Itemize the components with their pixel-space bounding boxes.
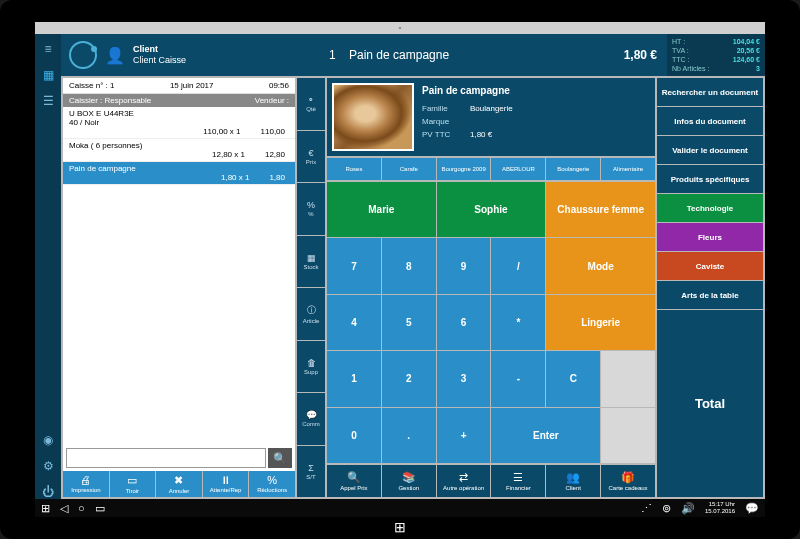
tool-supp[interactable]: 🗑Supp — [297, 341, 325, 393]
user-icon[interactable]: ◉ — [43, 433, 53, 447]
settings-icon[interactable]: ⚙ — [43, 459, 54, 473]
cortana-icon[interactable]: ○ — [78, 502, 85, 514]
shortcut-button[interactable]: Chaussure femme — [546, 182, 655, 237]
left-sidebar: ≡ ▦ ☰ ◉ ⚙ ⏻ — [35, 34, 61, 499]
bottom-action[interactable]: ☰Financier — [491, 465, 545, 497]
bottom-action[interactable]: 🎁Carte cadeaux — [601, 465, 655, 497]
right-action-button[interactable]: Produits spécifiques — [657, 165, 763, 193]
item-price: 1,80 € — [624, 48, 657, 62]
bottom-action[interactable]: 🔍Appel Prix — [327, 465, 381, 497]
bottom-action[interactable]: 📚Gestion — [382, 465, 436, 497]
keypad-button[interactable]: 8 — [382, 238, 436, 293]
tool-prix[interactable]: €Prix — [297, 131, 325, 183]
shortcut-button[interactable]: Lingerie — [546, 295, 655, 350]
ticket-action-attente/rep[interactable]: ⏸Attente/Rep — [203, 471, 249, 497]
network-icon[interactable]: ⋰ — [641, 502, 652, 515]
power-icon[interactable]: ⏻ — [42, 485, 54, 499]
keypad-button[interactable]: 5 — [382, 295, 436, 350]
keypad-button[interactable]: 0 — [327, 408, 381, 463]
wifi-icon[interactable]: ⊚ — [662, 502, 671, 515]
ticket-action-annuler[interactable]: ✖Annuler — [156, 471, 202, 497]
notification-icon[interactable]: 💬 — [745, 502, 759, 515]
category-button[interactable]: Roses — [327, 158, 381, 180]
right-action-button[interactable]: Rechercher un document — [657, 78, 763, 106]
taskbar-clock[interactable]: 15:17 Uhr 15.07.2016 — [705, 501, 735, 514]
volume-icon[interactable]: 🔊 — [681, 502, 695, 515]
keypad-button[interactable]: / — [491, 238, 545, 293]
search-button[interactable]: 🔍 — [268, 448, 292, 468]
right-action-button[interactable]: Valider le document — [657, 136, 763, 164]
client-name: Client Caisse — [133, 55, 186, 66]
ticket-action-tiroir[interactable]: ▭Tiroir — [110, 471, 156, 497]
category-button[interactable]: Boulangerie — [546, 158, 600, 180]
totals-panel: HT :104,04 € TVA :20,56 € TTC :124,60 € … — [667, 34, 765, 76]
right-action-button[interactable]: Caviste — [657, 252, 763, 280]
caisse-number: Caisse n° : 1 — [69, 81, 114, 90]
bottom-action[interactable]: ⇄Autre opération — [437, 465, 491, 497]
keypad-button[interactable]: 1 — [327, 351, 381, 406]
person-icon: 👤 — [105, 46, 125, 65]
product-name: Pain de campagne — [422, 83, 513, 99]
category-button[interactable]: Carafe — [382, 158, 436, 180]
ticket-line[interactable]: U BOX E U44R3E40 / Noir110,00 x 1110,00 — [63, 107, 295, 139]
ticket-time: 09:56 — [269, 81, 289, 90]
keypad-button[interactable]: 4 — [327, 295, 381, 350]
back-icon[interactable]: ◁ — [60, 502, 68, 515]
right-action-button[interactable]: Total — [657, 310, 763, 497]
ticket-line[interactable]: Moka ( 6 personnes)12,80 x 112,80 — [63, 139, 295, 162]
keypad-button[interactable]: C — [546, 351, 600, 406]
tool-%[interactable]: %% — [297, 183, 325, 235]
shortcut-button[interactable]: Sophie — [437, 182, 546, 237]
tool-column: ⚬Qté€Prix%%▦StockⓘArticle🗑Supp💬CommΣS/T — [297, 78, 325, 497]
keypad-button[interactable]: * — [491, 295, 545, 350]
category-button[interactable]: Bourgogne 2009 — [437, 158, 491, 180]
category-button[interactable]: ABERLOUR — [491, 158, 545, 180]
right-action-button[interactable]: Fleurs — [657, 223, 763, 251]
cashier-label: Caissier : Responsable — [69, 96, 151, 105]
ticket-action-impression[interactable]: 🖨Impression — [63, 471, 109, 497]
keypad-button[interactable]: 6 — [437, 295, 491, 350]
shortcut-button[interactable]: Marie — [327, 182, 436, 237]
product-image — [332, 83, 414, 151]
keypad-button[interactable]: 2 — [382, 351, 436, 406]
keypad-button[interactable]: 7 — [327, 238, 381, 293]
item-qty: 1 — [329, 48, 349, 62]
product-detail: Pain de campagne FamilleBoulangerie Marq… — [327, 78, 655, 156]
keypad-button[interactable]: - — [491, 351, 545, 406]
right-actions: Rechercher un documentInfos du documentV… — [657, 78, 763, 497]
keypad-button[interactable]: 3 — [437, 351, 491, 406]
grid-icon[interactable]: ▦ — [43, 68, 54, 82]
bottom-action[interactable]: 👥Client — [546, 465, 600, 497]
shortcut-button[interactable]: Mode — [546, 238, 655, 293]
window-titlebar: ⚬ — [35, 22, 765, 34]
current-item-bar: 1 Pain de campagne 1,80 € — [319, 34, 667, 76]
ticket-line[interactable]: Pain de campagne1,80 x 11,80 — [63, 162, 295, 185]
keypad-button[interactable]: . — [382, 408, 436, 463]
windows-start-icon[interactable]: ⊞ — [41, 502, 50, 515]
list-icon[interactable]: ☰ — [43, 94, 54, 108]
tool-article[interactable]: ⓘArticle — [297, 288, 325, 340]
tool-stock[interactable]: ▦Stock — [297, 236, 325, 288]
right-action-button[interactable]: Arts de la table — [657, 281, 763, 309]
category-button[interactable]: Alimentaire — [601, 158, 655, 180]
right-action-button[interactable]: Technologie — [657, 194, 763, 222]
menu-icon[interactable]: ≡ — [44, 42, 51, 56]
keypad-button[interactable]: + — [437, 408, 491, 463]
vendor-label: Vendeur : — [255, 96, 289, 105]
tool-s/t[interactable]: ΣS/T — [297, 446, 325, 498]
client-panel[interactable]: 👤 Client Client Caisse — [61, 34, 319, 76]
keypad-button — [601, 408, 655, 463]
right-action-button[interactable]: Infos du document — [657, 107, 763, 135]
tool-comm[interactable]: 💬Comm — [297, 393, 325, 445]
ticket-action-réductions[interactable]: %Réductions — [249, 471, 295, 497]
search-input[interactable] — [66, 448, 266, 468]
tool-qté[interactable]: ⚬Qté — [297, 78, 325, 130]
ticket-panel: Caisse n° : 1 15 juin 2017 09:56 Caissie… — [63, 78, 295, 497]
enter-button[interactable]: Enter — [491, 408, 600, 463]
keypad-button[interactable]: 9 — [437, 238, 491, 293]
item-name: Pain de campagne — [349, 48, 624, 62]
tablet-home-icon: ⊞ — [394, 519, 406, 535]
ticket-date: 15 juin 2017 — [170, 81, 214, 90]
keypad-button — [601, 351, 655, 406]
app-icon[interactable]: ▭ — [95, 502, 105, 515]
